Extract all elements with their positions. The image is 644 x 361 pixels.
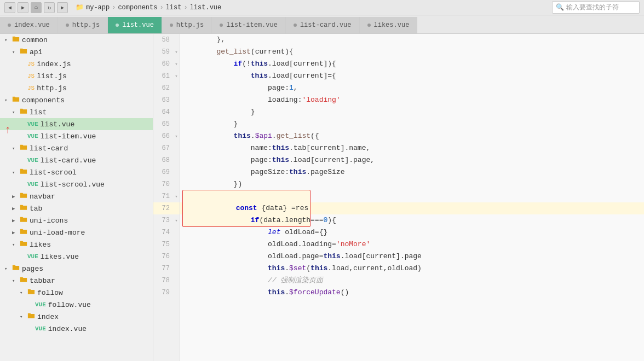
fold-icon[interactable] bbox=[173, 178, 180, 190]
sidebar-item-tab[interactable]: ▶ tab bbox=[0, 202, 153, 214]
code-token: (current){ bbox=[251, 46, 294, 58]
fold-icon[interactable] bbox=[173, 251, 180, 263]
sidebar-item-label: index.vue bbox=[48, 325, 87, 333]
folder-icon bbox=[27, 288, 35, 298]
fold-icon[interactable] bbox=[173, 106, 180, 118]
forward-button[interactable]: ▶ bbox=[18, 2, 28, 13]
sidebar-item-list-item-vue[interactable]: VUE list-item.vue ↑ bbox=[0, 130, 153, 142]
code-token: if bbox=[182, 214, 259, 226]
code-token: oldLoad.page= bbox=[182, 251, 323, 263]
fold-icon[interactable]: ▾ bbox=[173, 58, 180, 70]
breadcrumb-list[interactable]: list bbox=[166, 4, 182, 11]
file-vue-icon: VUE bbox=[27, 157, 38, 164]
tab-http-js-1[interactable]: http.js bbox=[58, 17, 108, 33]
sidebar-item-uni-icons[interactable]: ▶ uni-icons bbox=[0, 214, 153, 226]
fold-icon[interactable] bbox=[173, 142, 180, 154]
line-number: 74 bbox=[153, 226, 173, 238]
sidebar-item-list-scrool-folder[interactable]: ▾ list-scrool bbox=[0, 166, 153, 178]
breadcrumb-file[interactable]: list.vue bbox=[190, 4, 222, 11]
fold-icon[interactable] bbox=[173, 34, 180, 46]
fold-icon[interactable]: ▾ bbox=[173, 130, 180, 142]
code-token: .load[current].page, bbox=[289, 154, 375, 166]
sidebar-item-index-folder[interactable]: ▾ index bbox=[0, 311, 153, 323]
sidebar-item-components[interactable]: ▾ components bbox=[0, 94, 153, 106]
sidebar-item-navbar[interactable]: ▶ navbar bbox=[0, 190, 153, 202]
home-button[interactable]: ⌂ bbox=[31, 2, 42, 13]
fold-icon[interactable] bbox=[173, 263, 180, 275]
fold-icon[interactable] bbox=[173, 226, 180, 238]
gutter-row: 79 bbox=[153, 287, 180, 299]
main-content: ▾ common ▾ api JS index.js JS list.js bbox=[0, 34, 644, 361]
code-token: 'noMore' bbox=[336, 238, 370, 251]
tab-list-vue[interactable]: list.vue bbox=[108, 17, 162, 33]
sidebar-item-likes-vue[interactable]: VUE likes.vue bbox=[0, 251, 153, 263]
code-token: ){ bbox=[327, 214, 336, 226]
back-button[interactable]: ◀ bbox=[4, 2, 15, 13]
gutter-row: 62 bbox=[153, 82, 180, 94]
arrow-indicator-row: VUE list-item.vue ↑ bbox=[0, 130, 153, 142]
sidebar-item-http-js[interactable]: JS http.js bbox=[0, 82, 153, 94]
fold-icon[interactable] bbox=[173, 238, 180, 251]
line-number: 70 bbox=[153, 178, 173, 190]
tab-http-js-2[interactable]: http.js bbox=[162, 17, 212, 33]
fold-icon[interactable]: ▾ bbox=[173, 46, 180, 58]
gutter-row: 64 bbox=[153, 106, 180, 118]
code-token: .pageSize bbox=[306, 166, 344, 178]
sidebar-item-uni-load-more[interactable]: ▶ uni-load-more bbox=[0, 226, 153, 238]
sidebar-item-index-vue2[interactable]: VUE index.vue bbox=[0, 323, 153, 335]
fold-icon[interactable] bbox=[173, 275, 180, 287]
fold-icon[interactable]: ▾ bbox=[173, 70, 180, 82]
sidebar-item-list-js[interactable]: JS list.js bbox=[0, 70, 153, 82]
sidebar-item-list-card-vue[interactable]: VUE list-card.vue bbox=[0, 154, 153, 166]
fold-icon[interactable] bbox=[173, 82, 180, 94]
fold-icon[interactable] bbox=[173, 166, 180, 178]
fold-icon[interactable] bbox=[173, 94, 180, 106]
code-line-74: let oldLoad={} bbox=[180, 226, 644, 238]
code-editor[interactable]: 58 59 ▾ 60 ▾ 61 ▾ 62 bbox=[153, 34, 644, 361]
fold-icon[interactable] bbox=[173, 154, 180, 166]
code-token: const bbox=[236, 204, 262, 212]
sidebar-item-api[interactable]: ▾ api bbox=[0, 46, 153, 58]
tab-dot bbox=[294, 24, 297, 27]
sidebar-item-label: tab bbox=[30, 205, 42, 213]
tab-label: http.js bbox=[72, 21, 100, 29]
tab-likes-vue[interactable]: likes.vue bbox=[360, 17, 418, 33]
code-line-67: name:this.tab[current].name, bbox=[180, 142, 644, 154]
sidebar-item-list-card-folder[interactable]: ▾ list-card bbox=[0, 142, 153, 154]
breadcrumb: 📁 my-app › components › list › list.vue bbox=[76, 3, 221, 11]
folder-icon bbox=[20, 143, 27, 153]
code-container: 58 59 ▾ 60 ▾ 61 ▾ 62 bbox=[153, 34, 644, 361]
sidebar-item-index-js[interactable]: JS index.js bbox=[0, 58, 153, 70]
sidebar-item-tabbar[interactable]: ▾ tabbar bbox=[0, 275, 153, 287]
breadcrumb-components[interactable]: components bbox=[118, 4, 157, 11]
gutter-row: 69 bbox=[153, 166, 180, 178]
sidebar-item-label: uni-load-more bbox=[30, 229, 85, 237]
fold-icon[interactable]: ▾ bbox=[173, 214, 180, 226]
tab-list-card-vue[interactable]: list-card.vue bbox=[286, 17, 360, 33]
fold-icon[interactable] bbox=[173, 202, 180, 214]
refresh-button[interactable]: ↻ bbox=[44, 2, 55, 13]
file-vue-icon: VUE bbox=[27, 133, 38, 139]
sidebar-item-list-scrool-vue[interactable]: VUE list-scrool.vue bbox=[0, 178, 153, 190]
fold-icon[interactable] bbox=[173, 287, 180, 299]
search-box[interactable]: 🔍 输入要查找的子符 bbox=[552, 1, 640, 14]
sidebar-item-follow-vue[interactable]: VUE follow.vue bbox=[0, 299, 153, 311]
tab-list-item-vue[interactable]: list-item.vue bbox=[212, 17, 286, 33]
folder-icon bbox=[20, 167, 27, 177]
nav-buttons: ◀ ▶ ⌂ ↻ ▶ bbox=[4, 2, 68, 13]
play-button[interactable]: ▶ bbox=[57, 2, 68, 13]
code-token: loading: bbox=[182, 94, 302, 106]
fold-icon[interactable] bbox=[173, 118, 180, 130]
sidebar-item-common[interactable]: ▾ common bbox=[0, 34, 153, 46]
file-vue-icon: VUE bbox=[35, 325, 46, 332]
sidebar-item-pages[interactable]: ▾ pages bbox=[0, 263, 153, 275]
code-token: , bbox=[294, 82, 298, 94]
sidebar-item-list-vue[interactable]: VUE list.vue bbox=[0, 118, 153, 130]
sidebar-item-likes-folder[interactable]: ▾ likes bbox=[0, 238, 153, 251]
breadcrumb-app[interactable]: my-app bbox=[86, 4, 110, 11]
sidebar-item-list-folder[interactable]: ▾ list bbox=[0, 106, 153, 118]
sidebar-item-follow-folder[interactable]: ▾ follow bbox=[0, 287, 153, 299]
tab-index-vue[interactable]: index.vue bbox=[0, 17, 58, 33]
sidebar-item-label: list-scrool.vue bbox=[41, 180, 105, 189]
fold-icon[interactable]: ▾ bbox=[173, 190, 180, 202]
